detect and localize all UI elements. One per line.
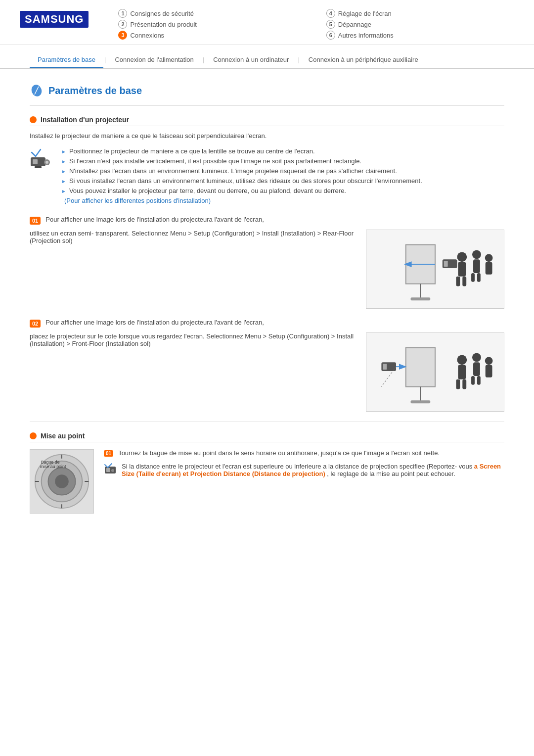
nav-item-4[interactable]: 4 Réglage de l'écran	[326, 9, 514, 18]
nav-label-4: Réglage de l'écran	[338, 10, 392, 17]
svg-point-26	[457, 355, 467, 365]
svg-point-52	[111, 469, 114, 472]
svg-text:mise au point: mise au point	[40, 464, 66, 469]
nav-num-1: 1	[118, 9, 127, 18]
miseaupoint-block: Bague de mise au point 01 Tournez la bag…	[30, 449, 504, 514]
svg-rect-35	[486, 365, 492, 378]
step-01-text: Tournez la bague de mise au point dans l…	[118, 449, 440, 457]
nav-label-5: Dépannage	[338, 21, 371, 28]
step-02-text-after: , le reglage de la mise au point peut ec…	[327, 470, 455, 477]
front-projection-svg	[366, 333, 504, 411]
page-title-block: Paramètres de base	[30, 84, 504, 97]
tip-02-desc-text: placez le projecteur sur le cote lorsque…	[30, 332, 243, 340]
svg-rect-16	[471, 273, 475, 282]
svg-rect-27	[458, 365, 466, 379]
bullet-item-2: ► Si l'ecran n'est pas installe vertical…	[61, 157, 422, 165]
step-02-text: Si la distance entre le projecteur et l'…	[122, 463, 504, 477]
svg-rect-25	[411, 400, 431, 403]
tab-connexion-ordinateur[interactable]: Connexion à un ordinateur	[205, 52, 297, 68]
svg-rect-32	[471, 376, 475, 385]
leaf-icon	[30, 84, 44, 97]
svg-point-14	[472, 250, 481, 259]
focus-ring-image: Bague de mise au point	[30, 449, 94, 514]
svg-rect-6	[35, 166, 42, 168]
tri-icon-1: ►	[61, 149, 66, 154]
tip-01-illustration-row: utilisez un ecran semi- transparent. Sel…	[30, 230, 504, 309]
tab-connexion-peripherique[interactable]: Connexion à un périphérique auxiliaire	[301, 52, 426, 68]
tip-01-text: Pour afficher une image lors de l'instal…	[45, 216, 264, 223]
svg-point-34	[485, 357, 493, 365]
nav-item-5[interactable]: 5 Dépannage	[326, 20, 514, 29]
tri-icon-4: ►	[61, 179, 66, 184]
tri-icon-2: ►	[61, 159, 66, 164]
rear-projection-svg	[366, 230, 504, 308]
nav-num-3: 3	[118, 31, 127, 40]
installation-positions-link[interactable]: (Pour afficher les differentes positions…	[64, 197, 211, 204]
nav-item-1[interactable]: 1 Consignes de sécurité	[118, 9, 306, 18]
bullet-orange-icon	[30, 116, 37, 123]
nav-item-2[interactable]: 2 Présentation du produit	[118, 20, 306, 29]
subsection-miseaupoint-label: Mise au point	[41, 432, 85, 440]
svg-point-43	[55, 474, 69, 488]
bullet-item-3: ► N'installez pas l'ecran dans un enviro…	[61, 167, 422, 175]
svg-point-18	[485, 254, 493, 262]
svg-rect-17	[477, 273, 481, 282]
section-divider-1	[30, 105, 504, 106]
tab-parametres-base[interactable]: Paramètres de base	[30, 52, 103, 68]
tip-02-description: placez le projecteur sur le cote lorsque…	[30, 332, 356, 347]
tip-01-block: 01 Pour afficher une image lors de l'ins…	[30, 216, 504, 225]
bullet-item-4: ► Si vous installez l'ecran dans un envi…	[61, 177, 422, 185]
tip-01-description: utilisez un ecran semi- transparent. Sel…	[30, 230, 356, 244]
nav-num-6: 6	[326, 31, 335, 40]
tip-02-badge: 02	[30, 320, 41, 328]
samsung-logo: SAMSUNG	[20, 11, 89, 28]
svg-rect-9	[411, 297, 431, 300]
tip-02-text: Pour afficher une image lors de l'instal…	[45, 319, 264, 326]
svg-rect-37	[383, 364, 387, 370]
svg-rect-23	[406, 348, 435, 387]
step-02-text-before: Si la distance entre le projecteur et l'…	[122, 463, 472, 470]
subsection-miseaupoint-title: Mise au point	[30, 430, 504, 442]
nav-item-6[interactable]: 6 Autres informations	[326, 31, 514, 40]
tip-02-block: 02 Pour afficher une image lors de l'ins…	[30, 319, 504, 328]
svg-rect-22	[444, 261, 448, 267]
projector-check-icon	[30, 147, 54, 172]
tab-connexion-alimentation[interactable]: Connexion de l'alimentation	[107, 52, 201, 68]
nav-num-5: 5	[326, 20, 335, 29]
page-title: Paramètres de base	[48, 85, 142, 96]
nav-num-4: 4	[326, 9, 335, 18]
miseaupoint-step-1: 01 Tournez la bague de mise au point dan…	[104, 449, 504, 457]
main-content: Paramètres de base Installation d'un pro…	[0, 69, 534, 533]
bullet-item-5: ► Vous pouvez installer le projecteur pa…	[61, 187, 422, 194]
svg-point-10	[457, 252, 467, 262]
svg-point-5	[45, 161, 48, 164]
nav-item-3[interactable]: 3 Connexions	[118, 31, 306, 40]
tip-01-image	[366, 230, 504, 309]
tip-02-illustration-row: placez le projecteur sur le cote lorsque…	[30, 332, 504, 412]
nav-label-2: Présentation du produit	[130, 21, 196, 28]
svg-rect-31	[473, 362, 480, 376]
nav-num-2: 2	[118, 20, 127, 29]
svg-text:Bague de: Bague de	[41, 460, 60, 465]
svg-rect-33	[477, 376, 481, 385]
svg-rect-19	[486, 262, 492, 275]
installation-info-block: ► Positionnez le projecteur de maniere a…	[30, 147, 504, 207]
nav-label-1: Consignes de sécurité	[130, 10, 194, 17]
tip-01-badge: 01	[30, 217, 41, 225]
svg-rect-28	[456, 379, 460, 389]
nav-links: 1 Consignes de sécurité 4 Réglage de l'é…	[118, 9, 514, 40]
tip-02-image	[366, 332, 504, 412]
section-tab-bar: Paramètres de base | Connexion de l'alim…	[0, 45, 534, 69]
focus-ring-svg: Bague de mise au point	[30, 449, 93, 514]
svg-rect-12	[456, 277, 460, 286]
svg-rect-51	[106, 468, 110, 472]
subsection-installation-label: Installation d'un projecteur	[41, 116, 129, 124]
svg-point-30	[472, 353, 481, 362]
top-navigation: SAMSUNG 1 Consignes de sécurité 4 Réglag…	[0, 0, 534, 45]
installation-bullet-list: ► Positionnez le projecteur de maniere a…	[61, 147, 422, 207]
svg-rect-13	[462, 277, 466, 286]
svg-rect-15	[473, 259, 480, 273]
tri-icon-3: ►	[61, 169, 66, 174]
step-01-badge: 01	[104, 450, 113, 457]
bullet-item-link[interactable]: (Pour afficher les differentes positions…	[61, 197, 422, 204]
